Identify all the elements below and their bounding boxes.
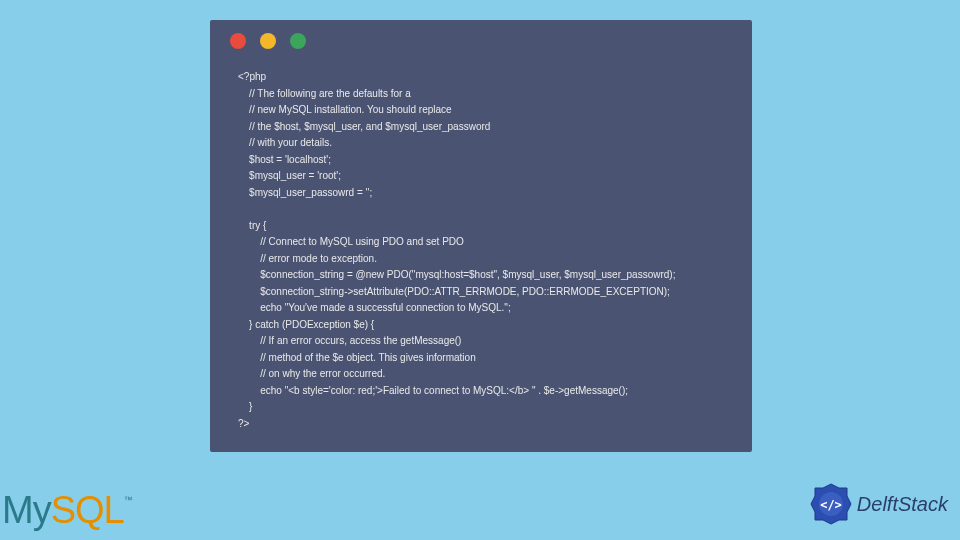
delftstack-text: DelftStack: [857, 493, 948, 516]
mysql-sql-text: SQL: [51, 489, 124, 531]
code-block: <?php // The following are the defaults …: [210, 57, 752, 444]
window-controls: [210, 20, 752, 57]
mysql-tm-text: ™: [124, 495, 132, 505]
delftstack-badge-icon: </>: [809, 482, 853, 526]
mysql-logo: MySQL™: [2, 489, 132, 532]
minimize-icon: [260, 33, 276, 49]
svg-text:</>: </>: [820, 498, 842, 512]
mysql-my-text: My: [2, 489, 51, 531]
maximize-icon: [290, 33, 306, 49]
close-icon: [230, 33, 246, 49]
code-window: <?php // The following are the defaults …: [210, 20, 752, 452]
delftstack-logo: </> DelftStack: [809, 482, 948, 526]
